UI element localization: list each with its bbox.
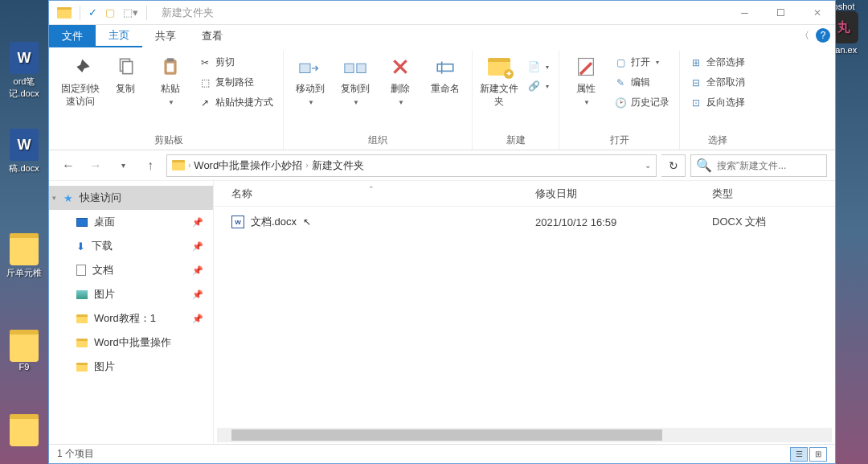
tab-share[interactable]: 共享 xyxy=(142,25,189,47)
maximize-button[interactable]: ☐ xyxy=(763,1,799,25)
ribbon-collapse-icon[interactable]: 〈 xyxy=(800,29,809,43)
chevron-down-icon[interactable]: ▾ xyxy=(52,194,56,202)
nav-downloads[interactable]: ⬇下载📌 xyxy=(49,234,213,258)
nav-word-batch[interactable]: Word中批量操作 xyxy=(49,331,213,355)
desktop-icon-f9[interactable]: F9 xyxy=(2,362,47,372)
nav-desktop[interactable]: 桌面📌 xyxy=(49,210,213,234)
svg-rect-1 xyxy=(123,62,133,74)
chevron-down-icon: ▼ xyxy=(308,99,314,107)
tab-file[interactable]: 文件 xyxy=(49,25,96,47)
select-none-button[interactable]: ⊟全部取消 xyxy=(686,74,748,91)
details-view-button[interactable]: ☰ xyxy=(790,447,808,462)
breadcrumb-seg2[interactable]: 新建文件夹 xyxy=(312,158,364,173)
qat-check[interactable]: ✓ xyxy=(88,6,97,18)
paste-button[interactable]: 粘贴 ▼ xyxy=(150,54,190,107)
new-item-icon: 📄 xyxy=(527,60,540,73)
copy-button[interactable]: 复制 xyxy=(105,54,145,96)
delete-icon xyxy=(387,54,413,80)
invert-icon: ⊡ xyxy=(690,96,702,109)
desktop-icon-word1[interactable]: W ord笔记.docx xyxy=(2,42,47,100)
column-type[interactable]: 类型 xyxy=(712,187,835,201)
cut-button[interactable]: ✂剪切 xyxy=(195,54,276,71)
pin-icon: 📌 xyxy=(192,265,203,276)
search-box[interactable]: 🔍 xyxy=(690,154,827,177)
window-controls: ─ ☐ ✕ xyxy=(727,1,835,25)
pin-icon: 📌 xyxy=(192,241,203,252)
history-button[interactable]: 🕑历史记录 xyxy=(611,94,673,111)
ribbon-tabs: 文件 主页 共享 查看 〈 ? xyxy=(49,25,835,47)
back-button[interactable]: ← xyxy=(57,154,80,177)
pin-icon xyxy=(68,54,93,80)
desktop-icon xyxy=(76,218,88,227)
tab-view[interactable]: 查看 xyxy=(189,25,235,47)
nav-quick-access[interactable]: ▾ ★ 快速访问 xyxy=(49,186,213,210)
qat-new[interactable]: ▢ xyxy=(105,6,115,18)
copy-to-button[interactable]: 复制到▼ xyxy=(335,54,375,107)
properties-button[interactable]: 属性▼ xyxy=(566,54,606,107)
rename-icon xyxy=(432,54,458,80)
folder-icon xyxy=(10,330,39,362)
paste-icon xyxy=(158,54,183,80)
word-icon: W xyxy=(10,129,39,161)
edit-button[interactable]: ✎编辑 xyxy=(611,74,673,91)
folder-icon[interactable] xyxy=(57,7,72,18)
invert-selection-button[interactable]: ⊡反向选择 xyxy=(686,94,748,111)
copy-icon xyxy=(113,54,138,80)
easy-access-button[interactable]: 🔗▾ xyxy=(524,78,552,94)
pin-icon: 📌 xyxy=(192,289,203,300)
file-list[interactable]: W 文档.docx ↖ 2021/10/12 16:59 DOCX 文档 xyxy=(214,207,835,428)
breadcrumb[interactable]: › Word中批量操作小妙招 › 新建文件夹 ⌄ xyxy=(166,154,657,177)
qat-dropdown[interactable]: ⬚▾ xyxy=(123,6,138,18)
new-folder-icon: ✦ xyxy=(486,54,512,80)
paste-shortcut-button[interactable]: ↗粘贴快捷方式 xyxy=(195,94,276,111)
desktop-icon-word2[interactable]: W 稿.docx xyxy=(2,129,47,175)
document-icon xyxy=(76,265,86,276)
column-name[interactable]: 名称⌃ xyxy=(214,187,535,201)
pictures-icon xyxy=(76,290,88,299)
open-button[interactable]: ▢打开▾ xyxy=(611,54,673,71)
nav-documents[interactable]: 文档📌 xyxy=(49,258,213,282)
close-button[interactable]: ✕ xyxy=(799,1,835,25)
nav-pictures[interactable]: 图片📌 xyxy=(49,282,213,306)
chevron-down-icon: ▼ xyxy=(583,99,590,107)
scrollbar-thumb[interactable] xyxy=(231,429,662,441)
tab-home[interactable]: 主页 xyxy=(96,25,142,47)
horizontal-scrollbar[interactable] xyxy=(217,428,832,442)
forward-button[interactable]: → xyxy=(84,154,107,177)
sort-asc-icon: ⌃ xyxy=(368,185,375,193)
new-item-button[interactable]: 📄▾ xyxy=(524,59,552,75)
breadcrumb-seg1[interactable]: Word中批量操作小妙招 xyxy=(194,158,302,173)
pin-button[interactable]: 固定到快速访问 xyxy=(60,54,100,108)
move-to-button[interactable]: 移动到▼ xyxy=(290,54,330,107)
desktop-icon-folder2[interactable] xyxy=(2,330,47,363)
explorer-window: ✓ ▢ ⬚▾ 新建文件夹 ─ ☐ ✕ 文件 主页 共享 查看 〈 ? xyxy=(48,0,836,464)
column-date[interactable]: 修改日期 xyxy=(535,187,712,201)
nav-pictures2[interactable]: 图片 xyxy=(49,355,213,379)
star-icon: ★ xyxy=(63,192,73,204)
search-input[interactable] xyxy=(717,160,837,171)
nav-word-tutorial[interactable]: Word教程：1📌 xyxy=(49,306,213,331)
up-button[interactable]: ↑ xyxy=(139,154,162,177)
content-pane: 名称⌃ 修改日期 类型 W 文档.docx ↖ 2021/10/12 16:59… xyxy=(214,181,835,444)
help-icon[interactable]: ? xyxy=(816,28,830,43)
new-folder-button[interactable]: ✦ 新建文件夹 xyxy=(479,54,519,108)
copy-path-button[interactable]: ⬚复制路径 xyxy=(195,74,276,91)
rename-button[interactable]: 重命名 xyxy=(425,54,465,96)
chevron-down-icon[interactable]: ⌄ xyxy=(645,161,651,170)
path-icon: ⬚ xyxy=(199,76,211,89)
chevron-right-icon[interactable]: › xyxy=(305,161,308,170)
desktop-icon-folder1[interactable]: 斤单元椎 xyxy=(2,233,47,279)
delete-button[interactable]: 删除▼ xyxy=(380,54,420,107)
icons-view-button[interactable]: ⊞ xyxy=(809,447,827,462)
select-all-button[interactable]: ⊞全部选择 xyxy=(686,54,748,71)
chevron-right-icon[interactable]: › xyxy=(188,161,190,170)
desktop-icon-folder3[interactable] xyxy=(2,414,47,448)
download-icon: ⬇ xyxy=(76,240,85,253)
refresh-button[interactable]: ↻ xyxy=(661,154,686,177)
minimize-button[interactable]: ─ xyxy=(727,1,763,25)
search-icon: 🔍 xyxy=(696,158,712,173)
file-row[interactable]: W 文档.docx ↖ 2021/10/12 16:59 DOCX 文档 xyxy=(214,210,835,234)
quick-access-toolbar: ✓ ▢ ⬚▾ xyxy=(49,6,155,20)
recent-button[interactable]: ▾ xyxy=(112,154,134,177)
folder-icon xyxy=(10,233,39,265)
